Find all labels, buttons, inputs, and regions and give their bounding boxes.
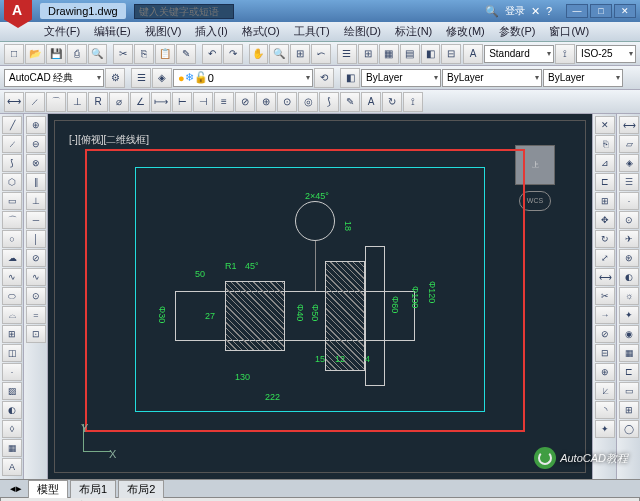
tab-nav-icon[interactable]: ◂▸ bbox=[10, 482, 22, 495]
textstyle-icon[interactable]: A bbox=[463, 44, 483, 64]
dim-radius-icon[interactable]: R bbox=[88, 92, 108, 112]
inspect-icon[interactable]: ◎ bbox=[298, 92, 318, 112]
dim-continue-icon[interactable]: ⊣ bbox=[193, 92, 213, 112]
textstyle-combo[interactable]: Standard bbox=[484, 45, 554, 63]
viewport-label[interactable]: [-][俯视][二维线框] bbox=[69, 133, 149, 147]
fillet-icon[interactable]: ◝ bbox=[595, 401, 615, 419]
help-icon[interactable]: ? bbox=[546, 5, 552, 17]
minimize-button[interactable]: — bbox=[566, 4, 588, 18]
menu-tools[interactable]: 工具(T) bbox=[288, 22, 336, 41]
dim-quick-icon[interactable]: ⟼ bbox=[151, 92, 171, 112]
drawing-canvas[interactable]: [-][俯视][二维线框] 上 WCS 222 130 50 27 15 1 bbox=[48, 114, 592, 479]
mapping-icon[interactable]: ▦ bbox=[619, 344, 639, 362]
dim-aligned-icon[interactable]: ⟋ bbox=[25, 92, 45, 112]
zoom-prev-icon[interactable]: ⤺ bbox=[311, 44, 331, 64]
tab-model[interactable]: 模型 bbox=[28, 480, 68, 498]
maximize-button[interactable]: □ bbox=[590, 4, 612, 18]
para-icon[interactable]: ∥ bbox=[26, 173, 46, 191]
menu-format[interactable]: 格式(O) bbox=[236, 22, 286, 41]
tangent-icon[interactable]: ⊘ bbox=[26, 249, 46, 267]
rotate-icon[interactable]: ↻ bbox=[595, 230, 615, 248]
sheet-icon[interactable]: ▤ bbox=[400, 44, 420, 64]
render-icon[interactable]: ☼ bbox=[619, 287, 639, 305]
material-icon[interactable]: ◉ bbox=[619, 325, 639, 343]
extend-icon[interactable]: → bbox=[595, 306, 615, 324]
sym-icon[interactable]: ⊙ bbox=[26, 287, 46, 305]
copy-obj-icon[interactable]: ⎘ bbox=[595, 135, 615, 153]
pan-icon[interactable]: ✋ bbox=[249, 44, 269, 64]
redo-icon[interactable]: ↷ bbox=[223, 44, 243, 64]
spline-icon[interactable]: ∿ bbox=[2, 268, 22, 286]
fix-icon[interactable]: ⊡ bbox=[26, 325, 46, 343]
remsel-icon[interactable]: ⊖ bbox=[26, 135, 46, 153]
tab-layout1[interactable]: 布局1 bbox=[70, 480, 116, 498]
ellipse-arc-icon[interactable]: ⌓ bbox=[2, 306, 22, 324]
tab-layout2[interactable]: 布局2 bbox=[118, 480, 164, 498]
region-icon[interactable]: ◊ bbox=[2, 420, 22, 438]
region-mp-icon[interactable]: ◈ bbox=[619, 154, 639, 172]
horiz-icon[interactable]: ─ bbox=[26, 211, 46, 229]
mirror-icon[interactable]: ⊿ bbox=[595, 154, 615, 172]
equal-icon[interactable]: = bbox=[26, 306, 46, 324]
layer-state-icon[interactable]: ◈ bbox=[152, 68, 172, 88]
menu-insert[interactable]: 插入(I) bbox=[189, 22, 233, 41]
mtext-icon[interactable]: A bbox=[2, 458, 22, 476]
lineweight-combo[interactable]: ByLayer bbox=[543, 69, 623, 87]
undo-icon[interactable]: ↶ bbox=[202, 44, 222, 64]
dim-space-icon[interactable]: ≡ bbox=[214, 92, 234, 112]
move-icon[interactable]: ✥ bbox=[595, 211, 615, 229]
3dorbit-icon[interactable]: ⊙ bbox=[619, 211, 639, 229]
new-icon[interactable]: □ bbox=[4, 44, 24, 64]
preview-icon[interactable]: 🔍 bbox=[88, 44, 108, 64]
pline-icon[interactable]: ⟆ bbox=[2, 154, 22, 172]
arc-icon[interactable]: ⌒ bbox=[2, 211, 22, 229]
3dwalk-icon[interactable]: ⊛ bbox=[619, 249, 639, 267]
dim-baseline-icon[interactable]: ⊢ bbox=[172, 92, 192, 112]
section-icon[interactable]: ⊏ bbox=[619, 363, 639, 381]
save-icon[interactable]: 💾 bbox=[46, 44, 66, 64]
menu-view[interactable]: 视图(V) bbox=[139, 22, 188, 41]
revcloud-icon[interactable]: ☁ bbox=[2, 249, 22, 267]
dim-update-icon[interactable]: ↻ bbox=[382, 92, 402, 112]
document-tab[interactable]: Drawing1.dwg bbox=[40, 3, 126, 19]
line-icon[interactable]: ╱ bbox=[2, 116, 22, 134]
explode-icon[interactable]: ✦ bbox=[595, 420, 615, 438]
zoom-icon[interactable]: 🔍 bbox=[269, 44, 289, 64]
insert-icon[interactable]: ⊞ bbox=[2, 325, 22, 343]
cut-icon[interactable]: ✂ bbox=[113, 44, 133, 64]
dim-linear-icon[interactable]: ⟷ bbox=[4, 92, 24, 112]
zoom-window-icon[interactable]: ⊞ bbox=[290, 44, 310, 64]
visual-icon[interactable]: ◐ bbox=[619, 268, 639, 286]
mesh-icon[interactable]: ⊞ bbox=[619, 401, 639, 419]
ws-settings-icon[interactable]: ⚙ bbox=[105, 68, 125, 88]
help-search-input[interactable] bbox=[134, 4, 234, 19]
close-button[interactable]: ✕ bbox=[614, 4, 636, 18]
command-area[interactable]: 基本类像大小: 宽: 189.177078, 高: 147.902084, Mi… bbox=[0, 497, 640, 501]
list-icon[interactable]: ☰ bbox=[619, 173, 639, 191]
constraint-icon[interactable]: ⊗ bbox=[26, 154, 46, 172]
dcenter-icon[interactable]: ⊞ bbox=[358, 44, 378, 64]
dim-break-icon[interactable]: ⊘ bbox=[235, 92, 255, 112]
copy-icon[interactable]: ⎘ bbox=[134, 44, 154, 64]
menu-edit[interactable]: 编辑(E) bbox=[88, 22, 137, 41]
print-icon[interactable]: ⎙ bbox=[67, 44, 87, 64]
menu-draw[interactable]: 绘图(D) bbox=[338, 22, 387, 41]
point-icon[interactable]: · bbox=[2, 363, 22, 381]
chamfer-icon[interactable]: ⟀ bbox=[595, 382, 615, 400]
open-icon[interactable]: 📂 bbox=[25, 44, 45, 64]
color-icon[interactable]: ◧ bbox=[340, 68, 360, 88]
dimstyle-icon[interactable]: ⟟ bbox=[555, 44, 575, 64]
polygon-icon[interactable]: ⬡ bbox=[2, 173, 22, 191]
dim-edit-icon[interactable]: ✎ bbox=[340, 92, 360, 112]
ellipse-icon[interactable]: ⬭ bbox=[2, 287, 22, 305]
area-icon[interactable]: ▱ bbox=[619, 135, 639, 153]
match-icon[interactable]: ✎ bbox=[176, 44, 196, 64]
circle-icon[interactable]: ○ bbox=[2, 230, 22, 248]
menu-parametric[interactable]: 参数(P) bbox=[493, 22, 542, 41]
menu-dimension[interactable]: 标注(N) bbox=[389, 22, 438, 41]
trim-icon[interactable]: ✂ bbox=[595, 287, 615, 305]
layer-combo[interactable]: ● ❄ 🔓 0 bbox=[173, 69, 313, 87]
xline-icon[interactable]: ⟋ bbox=[2, 135, 22, 153]
hatch-icon[interactable]: ▨ bbox=[2, 382, 22, 400]
table-icon[interactable]: ▦ bbox=[2, 439, 22, 457]
